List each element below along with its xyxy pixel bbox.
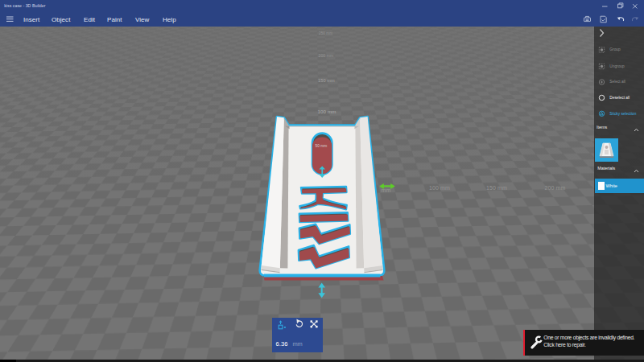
svg-text:50 mm: 50 mm (316, 144, 328, 148)
svg-text:6.36: 6.36 (276, 340, 288, 348)
svg-text:mm: mm (292, 340, 302, 348)
